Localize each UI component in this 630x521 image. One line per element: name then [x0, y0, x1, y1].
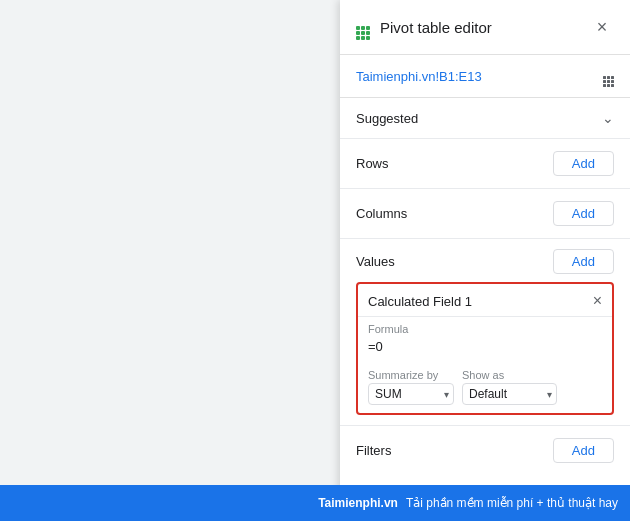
show-as-select[interactable]: Default % of row % of column % of total [462, 383, 557, 405]
values-section: Values Add Calculated Field 1 × Formula [340, 239, 630, 426]
suggested-section: Suggested ⌄ [340, 98, 630, 139]
values-label: Values [356, 254, 395, 269]
bottom-bar-text: Tải phần mềm miễn phí + thủ thuật hay [406, 496, 618, 510]
show-as-group: Show as Default % of row % of column % o… [462, 369, 557, 405]
pivot-icon [356, 14, 370, 40]
data-range-row: Taimienphi.vn!B1:E13 [340, 55, 630, 98]
columns-row: Columns Add [356, 201, 614, 226]
summarize-by-select[interactable]: SUM COUNT AVERAGE MAX MIN [368, 383, 454, 405]
bottom-bar: Taimienphi.vn Tải phần mềm miễn phí + th… [0, 485, 630, 521]
calc-field-close-button[interactable]: × [593, 292, 602, 310]
values-header: Values Add [356, 249, 614, 274]
formula-input[interactable] [368, 339, 602, 354]
show-as-label: Show as [462, 369, 557, 381]
values-add-button[interactable]: Add [553, 249, 614, 274]
calc-field-title: Calculated Field 1 [368, 294, 472, 309]
formula-label: Formula [368, 323, 602, 335]
suggested-label: Suggested [356, 111, 418, 126]
rows-add-button[interactable]: Add [553, 151, 614, 176]
bottom-bar-brand: Taimienphi.vn [318, 496, 398, 510]
suggested-row[interactable]: Suggested ⌄ [356, 110, 614, 126]
rows-label: Rows [356, 156, 389, 171]
columns-label: Columns [356, 206, 407, 221]
calc-field-header: Calculated Field 1 × [358, 284, 612, 317]
filters-label: Filters [356, 443, 391, 458]
panel-header: Pivot table editor × [340, 0, 630, 55]
rows-section: Rows Add [340, 139, 630, 189]
data-range-icon [603, 65, 614, 87]
show-as-select-wrapper: Default % of row % of column % of total [462, 383, 557, 405]
summarize-select-wrapper: SUM COUNT AVERAGE MAX MIN [368, 383, 454, 405]
page-wrapper: Pivot table editor × Taimienphi.vn!B1:E1… [0, 0, 630, 521]
summarize-group: Summarize by SUM COUNT AVERAGE MAX MIN [368, 369, 454, 405]
panel-close-button[interactable]: × [590, 15, 614, 39]
summarize-label: Summarize by [368, 369, 454, 381]
calculated-field-card: Calculated Field 1 × Formula Summarize b… [356, 282, 614, 415]
formula-area: Formula [358, 317, 612, 363]
pivot-panel: Pivot table editor × Taimienphi.vn!B1:E1… [340, 0, 630, 521]
columns-add-button[interactable]: Add [553, 201, 614, 226]
data-range-text[interactable]: Taimienphi.vn!B1:E13 [356, 69, 595, 84]
columns-section: Columns Add [340, 189, 630, 239]
panel-content: Suggested ⌄ Rows Add Columns Add [340, 98, 630, 521]
panel-title: Pivot table editor [380, 19, 580, 36]
filters-section: Filters Add [340, 426, 630, 475]
rows-row: Rows Add [356, 151, 614, 176]
filters-add-button[interactable]: Add [553, 438, 614, 463]
summarize-row: Summarize by SUM COUNT AVERAGE MAX MIN [358, 363, 612, 413]
suggested-chevron-icon: ⌄ [602, 110, 614, 126]
